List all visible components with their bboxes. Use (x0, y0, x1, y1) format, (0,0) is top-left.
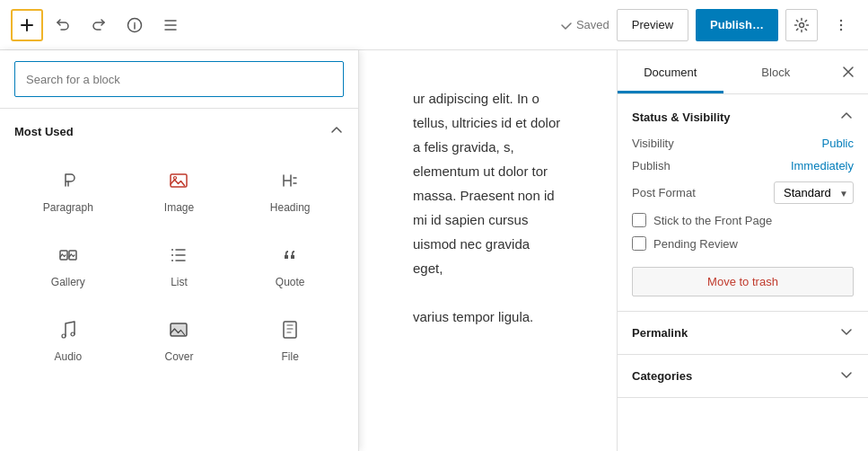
visibility-value[interactable]: Public (822, 137, 854, 150)
audio-icon (57, 319, 79, 343)
toolbar-right: Saved Preview Publish… (560, 9, 857, 41)
block-item-image[interactable]: Image (126, 155, 233, 226)
image-label: Image (164, 201, 194, 214)
info-button[interactable] (118, 9, 151, 41)
list-view-button[interactable] (154, 9, 187, 41)
toolbar: Saved Preview Publish… (0, 0, 868, 50)
categories-section[interactable]: Categories (618, 355, 868, 398)
most-used-section: Most Used Paragraph (0, 109, 358, 389)
block-item-gallery[interactable]: Gallery (14, 229, 122, 300)
svg-point-9 (171, 249, 173, 251)
add-block-button[interactable] (11, 9, 43, 41)
svg-rect-13 (171, 323, 187, 336)
more-button[interactable] (825, 9, 857, 41)
sidebar-tabs: Document Block (618, 50, 868, 94)
check-icon (560, 19, 573, 31)
status-toggle-button[interactable] (839, 109, 854, 126)
permalink-section[interactable]: Permalink (618, 312, 868, 355)
paragraph-icon (57, 170, 79, 194)
permalink-title: Permalink (632, 326, 688, 340)
redo-icon (91, 17, 107, 33)
audio-label: Audio (54, 350, 82, 363)
cover-label: Cover (164, 350, 193, 363)
publish-row: Publish Immediately (632, 159, 854, 172)
visibility-label: Visibility (632, 137, 674, 150)
stick-to-front-label[interactable]: Stick to the Front Page (653, 214, 772, 227)
search-area (0, 50, 358, 109)
right-sidebar: Document Block Status & Visibility (617, 50, 868, 451)
image-icon (168, 170, 189, 194)
info-icon (127, 17, 143, 33)
permalink-toggle[interactable] (839, 324, 854, 341)
block-inserter-panel: Most Used Paragraph (0, 50, 359, 451)
block-item-file[interactable]: File (236, 304, 344, 375)
status-section-title: Status & Visibility (632, 111, 731, 124)
post-format-row: Post Format Standard Aside Audio Chat Ga… (632, 181, 854, 204)
file-icon (279, 319, 301, 343)
chevron-up-icon (839, 109, 854, 123)
block-item-quote[interactable]: Quote (236, 229, 344, 300)
post-format-select[interactable]: Standard Aside Audio Chat Gallery Image … (774, 181, 854, 204)
chevron-down-icon (839, 324, 854, 339)
svg-point-4 (840, 28, 842, 30)
toolbar-left (11, 9, 557, 41)
tab-document[interactable]: Document (618, 50, 723, 93)
settings-button[interactable] (785, 9, 818, 41)
pending-review-checkbox[interactable] (632, 236, 646, 251)
svg-point-10 (171, 254, 173, 256)
content-area: ur adipiscing elit. In o tellus, ultrici… (359, 50, 617, 451)
block-item-list[interactable]: List (126, 229, 233, 300)
main-area: Most Used Paragraph (0, 50, 868, 451)
heading-icon (279, 170, 301, 194)
stick-to-front-row: Stick to the Front Page (632, 213, 854, 227)
close-icon (841, 65, 855, 79)
collapse-button[interactable] (329, 123, 344, 140)
visibility-row: Visibility Public (632, 137, 854, 150)
ellipsis-icon (833, 17, 849, 33)
close-sidebar-button[interactable] (832, 56, 864, 88)
publish-button[interactable]: Publish… (696, 9, 778, 41)
saved-status: Saved (560, 18, 609, 31)
post-format-label: Post Format (632, 186, 696, 199)
svg-point-6 (174, 177, 177, 180)
status-visibility-section: Status & Visibility Visibility Public Pu… (618, 94, 868, 312)
redo-button[interactable] (83, 9, 115, 41)
block-item-heading[interactable]: Heading (236, 155, 344, 226)
list-view-icon (162, 17, 179, 33)
list-label: List (171, 276, 188, 288)
block-item-paragraph[interactable]: Paragraph (14, 155, 122, 226)
plus-icon (18, 16, 36, 34)
quote-icon (279, 244, 301, 269)
move-to-trash-button[interactable]: Move to trash (632, 267, 854, 296)
pending-review-row: Pending Review (632, 236, 854, 251)
tab-block[interactable]: Block (723, 50, 829, 93)
status-section-header: Status & Visibility (632, 109, 854, 126)
undo-icon (55, 17, 71, 33)
quote-label: Quote (276, 276, 305, 288)
block-item-cover[interactable]: Cover (126, 304, 233, 375)
post-format-select-wrap: Standard Aside Audio Chat Gallery Image … (774, 181, 854, 204)
categories-title: Categories (632, 369, 692, 383)
stick-to-front-checkbox[interactable] (632, 213, 646, 227)
file-label: File (281, 350, 298, 363)
publish-label: Publish (632, 159, 671, 172)
list-icon (168, 244, 189, 269)
gallery-label: Gallery (51, 276, 85, 288)
gear-icon (793, 17, 810, 33)
publish-value[interactable]: Immediately (791, 159, 854, 172)
section-title: Most Used (14, 125, 74, 138)
categories-toggle[interactable] (839, 367, 854, 385)
svg-point-2 (840, 19, 842, 21)
paragraph-label: Paragraph (43, 201, 93, 214)
search-input[interactable] (14, 61, 344, 97)
chevron-down-icon (839, 367, 854, 382)
svg-point-11 (171, 260, 173, 261)
undo-button[interactable] (47, 9, 79, 41)
preview-button[interactable]: Preview (617, 9, 688, 41)
block-item-audio[interactable]: Audio (14, 304, 122, 375)
content-text: ur adipiscing elit. In o tellus, ultrici… (413, 86, 563, 329)
svg-rect-14 (284, 322, 296, 338)
pending-review-label[interactable]: Pending Review (653, 237, 738, 251)
svg-point-1 (800, 22, 804, 27)
svg-point-3 (840, 23, 842, 25)
